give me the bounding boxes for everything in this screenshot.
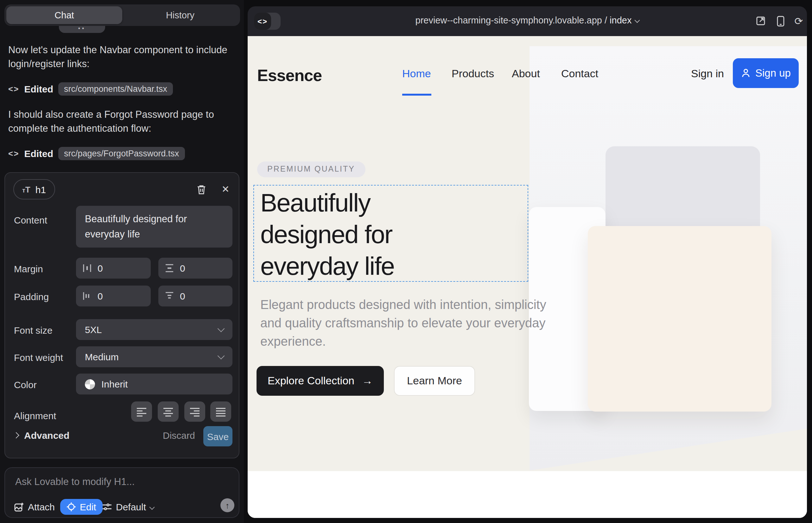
person-icon (741, 68, 750, 78)
sidebar-tabbar: Chat History (4, 4, 240, 26)
crosshair-icon (67, 502, 76, 511)
decor-card-cream (588, 226, 772, 412)
route-name: index (610, 15, 632, 25)
margin-horizontal-icon (82, 264, 92, 273)
arrow-right-icon: → (362, 375, 373, 387)
hero-heading[interactable]: Beautifully designed for everyday life (260, 187, 394, 282)
advanced-toggle[interactable]: Advanced (14, 430, 69, 441)
chat-sidebar: Chat History •• Now let's update the Nav… (0, 0, 244, 523)
align-left-button[interactable] (131, 401, 152, 422)
edited-label: Edited (24, 148, 53, 159)
edited-file-row: <> Edited src/pages/ForgotPassword.tsx (8, 146, 184, 161)
code-icon: <> (8, 84, 19, 93)
padding-y-input[interactable]: 0 (158, 286, 232, 306)
color-select[interactable]: Inherit (76, 374, 232, 395)
align-justify-button[interactable] (210, 401, 231, 422)
delete-element-button[interactable] (195, 183, 208, 196)
element-tag: h1 (35, 184, 46, 195)
chevron-down-icon (217, 325, 225, 332)
padding-label: Padding (14, 291, 49, 302)
edited-file-row: <> Edited src/components/Navbar.tsx (8, 81, 173, 96)
nav-home[interactable]: Home (402, 68, 431, 80)
chat-composer[interactable]: Ask Lovable to modify H1... Attach Edit (4, 467, 240, 518)
url-bar[interactable]: preview--charming-site-symphony.lovable.… (248, 15, 807, 25)
open-in-new-tab-button[interactable] (754, 15, 767, 27)
refresh-button[interactable]: ⟳ (792, 15, 805, 27)
nav-about[interactable]: About (512, 68, 540, 80)
align-justify-icon (215, 407, 226, 416)
align-center-button[interactable] (158, 401, 179, 422)
model-default-dropdown[interactable]: Default (102, 499, 154, 515)
assistant-message: Now let's update the Navbar component to… (8, 43, 232, 70)
browser-chrome: <> preview--charming-site-symphony.lovab… (248, 6, 807, 36)
element-tag-chip[interactable]: тT h1 (13, 179, 55, 199)
edited-label: Edited (24, 83, 53, 94)
edit-mode-button[interactable]: Edit (60, 499, 103, 515)
sign-up-button[interactable]: Sign up (733, 58, 799, 88)
font-size-select[interactable]: 5XL (76, 319, 232, 340)
hero-badge: PREMIUM QUALITY (257, 161, 365, 177)
color-label: Color (14, 379, 37, 390)
element-editor-panel: тT h1 ✕ Content Beautifully designed for… (4, 172, 240, 458)
smartphone-icon (776, 16, 784, 26)
code-icon: <> (8, 148, 19, 158)
nav-home-underline (402, 94, 431, 95)
attach-image-icon (14, 502, 24, 512)
chevron-down-icon (149, 504, 155, 510)
tab-chat[interactable]: Chat (6, 6, 122, 24)
align-right-button[interactable] (184, 401, 205, 422)
content-label: Content (14, 215, 47, 226)
chevron-right-icon (13, 432, 19, 438)
lovable-app: Chat History •• Now let's update the Nav… (0, 0, 812, 523)
color-swatch-transparent (85, 379, 95, 389)
font-size-label: Font size (14, 325, 53, 336)
explore-collection-button[interactable]: Explore Collection → (257, 366, 384, 396)
padding-x-input[interactable]: 0 (76, 286, 151, 306)
margin-y-input[interactable]: 0 (158, 258, 232, 278)
hero-description: Elegant products designed with intention… (260, 296, 566, 351)
font-weight-select[interactable]: Medium (76, 346, 232, 367)
site-logo[interactable]: Essence (257, 66, 322, 86)
align-right-icon (189, 407, 200, 416)
composer-placeholder[interactable]: Ask Lovable to modify H1... (15, 476, 135, 488)
margin-x-input[interactable]: 0 (76, 258, 151, 278)
sign-in-link[interactable]: Sign in (691, 68, 724, 80)
nav-contact[interactable]: Contact (561, 68, 598, 80)
discard-button[interactable]: Discard (163, 430, 195, 441)
preview-website: Essence Home Products About Contact Sign… (248, 36, 807, 518)
close-panel-button[interactable]: ✕ (219, 183, 232, 196)
attach-button[interactable]: Attach (14, 499, 55, 515)
sliders-icon (102, 502, 112, 511)
tab-history[interactable]: History (122, 6, 238, 24)
font-weight-label: Font weight (14, 352, 63, 363)
next-section (248, 471, 807, 518)
external-link-icon (756, 16, 766, 26)
margin-label: Margin (14, 264, 43, 274)
alignment-label: Alignment (14, 410, 56, 421)
preview-url: preview--charming-site-symphony.lovable.… (416, 15, 602, 25)
send-button[interactable]: ↑ (220, 498, 234, 512)
chevron-down-icon (217, 353, 225, 360)
edited-file-badge[interactable]: src/components/Navbar.tsx (58, 82, 173, 95)
save-button[interactable]: Save (203, 426, 232, 446)
margin-vertical-icon (165, 264, 174, 273)
content-input[interactable]: Beautifully designed for everyday life (76, 206, 232, 248)
chevron-down-icon (635, 18, 640, 23)
typography-icon: тT (22, 184, 30, 194)
align-center-icon (163, 407, 174, 416)
align-left-icon (136, 407, 147, 416)
scrolled-badge-peek[interactable]: •• (59, 26, 105, 33)
padding-vertical-icon (165, 291, 174, 301)
assistant-message: I should also create a Forgot Password p… (8, 108, 232, 135)
nav-products[interactable]: Products (452, 68, 494, 80)
edited-file-badge[interactable]: src/pages/ForgotPassword.tsx (58, 147, 184, 160)
mobile-view-button[interactable] (774, 15, 787, 27)
learn-more-button[interactable]: Learn More (394, 366, 475, 396)
preview-pane: <> preview--charming-site-symphony.lovab… (248, 6, 807, 518)
padding-horizontal-icon (82, 291, 92, 301)
